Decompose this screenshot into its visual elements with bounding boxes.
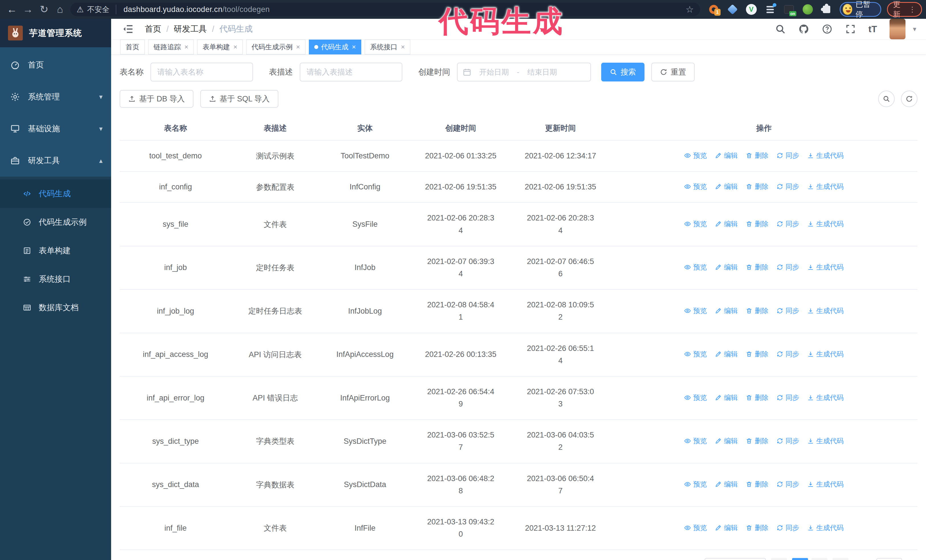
action-eye-link[interactable]: 预览	[684, 219, 707, 228]
user-avatar[interactable]	[890, 19, 905, 39]
tab-item[interactable]: 链路追踪×	[148, 39, 194, 54]
action-trash-link[interactable]: 删除	[746, 436, 769, 445]
text-size-icon[interactable]: tT	[869, 24, 877, 35]
close-icon[interactable]: ×	[185, 43, 188, 51]
breadcrumb-item[interactable]: 首页	[145, 23, 161, 35]
action-trash-link[interactable]: 删除	[746, 523, 769, 532]
sidebar-item-gear[interactable]: 系统管理▾	[0, 81, 111, 113]
action-eye-link[interactable]: 预览	[684, 523, 707, 532]
action-trash-link[interactable]: 删除	[746, 182, 769, 191]
start-date-input[interactable]	[471, 68, 517, 77]
action-trash-link[interactable]: 删除	[746, 480, 769, 489]
app-logo[interactable]: 芋道管理系统	[0, 19, 111, 47]
breadcrumb-item[interactable]: 代码生成	[219, 23, 253, 35]
action-eye-link[interactable]: 预览	[684, 151, 707, 160]
action-sync-link[interactable]: 同步	[776, 219, 799, 228]
action-edit-link[interactable]: 编辑	[715, 393, 738, 402]
action-edit-link[interactable]: 编辑	[715, 219, 738, 228]
action-download-link[interactable]: 生成代码	[807, 350, 844, 359]
action-edit-link[interactable]: 编辑	[715, 480, 738, 489]
action-download-link[interactable]: 生成代码	[807, 523, 844, 532]
extension-dark-icon[interactable]: on	[783, 4, 794, 15]
submenu-item-example[interactable]: 代码生成示例	[0, 208, 111, 236]
table-desc-input[interactable]	[300, 63, 402, 82]
github-icon[interactable]	[798, 24, 809, 35]
submenu-item-form[interactable]: 表单构建	[0, 236, 111, 265]
browser-menu-icon[interactable]: ⋮	[909, 5, 916, 14]
close-icon[interactable]: ×	[352, 43, 356, 51]
browser-reload-icon[interactable]: ↻	[36, 3, 52, 15]
action-eye-link[interactable]: 预览	[684, 306, 707, 315]
action-sync-link[interactable]: 同步	[776, 151, 799, 160]
action-sync-link[interactable]: 同步	[776, 480, 799, 489]
tab-item[interactable]: 系统接口×	[365, 39, 410, 54]
action-trash-link[interactable]: 删除	[746, 350, 769, 359]
browser-profile-chip[interactable]: 已暂停	[840, 2, 881, 17]
tab-item[interactable]: 首页	[120, 39, 145, 54]
close-icon[interactable]: ×	[296, 43, 300, 51]
hamburger-icon[interactable]	[123, 23, 134, 35]
search-button[interactable]: 搜索	[601, 63, 645, 82]
toggle-search-button[interactable]	[878, 91, 895, 107]
refresh-table-button[interactable]	[901, 91, 917, 107]
action-sync-link[interactable]: 同步	[776, 393, 799, 402]
close-icon[interactable]: ×	[233, 43, 238, 51]
browser-back-icon[interactable]: ←	[4, 3, 20, 15]
action-edit-link[interactable]: 编辑	[715, 263, 738, 272]
action-eye-link[interactable]: 预览	[684, 182, 707, 191]
action-download-link[interactable]: 生成代码	[807, 263, 844, 272]
action-edit-link[interactable]: 编辑	[715, 151, 738, 160]
action-sync-link[interactable]: 同步	[776, 523, 799, 532]
goto-page-input[interactable]	[876, 558, 902, 560]
action-edit-link[interactable]: 编辑	[715, 182, 738, 191]
page-button-1[interactable]: 1	[792, 558, 808, 560]
end-date-input[interactable]	[519, 68, 565, 77]
submenu-item-api[interactable]: 系统接口	[0, 265, 111, 293]
browser-update-button[interactable]: 更新 ⋮	[887, 2, 922, 17]
table-name-input[interactable]	[150, 63, 253, 82]
sidebar-item-monitor[interactable]: 基础设施▾	[0, 113, 111, 145]
tab-item[interactable]: 表单构建×	[197, 39, 243, 54]
search-icon[interactable]	[775, 24, 786, 35]
action-eye-link[interactable]: 预览	[684, 263, 707, 272]
action-sync-link[interactable]: 同步	[776, 263, 799, 272]
action-eye-link[interactable]: 预览	[684, 436, 707, 445]
bookmark-star-icon[interactable]: ☆	[685, 4, 694, 15]
tab-item[interactable]: 代码生成示例×	[246, 39, 306, 54]
fullscreen-icon[interactable]	[845, 24, 856, 35]
page-size-select[interactable]: 10条/页 ▾	[705, 558, 766, 560]
browser-home-icon[interactable]: ⌂	[52, 3, 68, 15]
import-db-button[interactable]: 基于 DB 导入	[120, 90, 194, 108]
action-trash-link[interactable]: 删除	[746, 393, 769, 402]
avatar-caret-icon[interactable]: ▾	[913, 25, 916, 33]
action-sync-link[interactable]: 同步	[776, 436, 799, 445]
browser-forward-icon[interactable]: →	[20, 3, 36, 15]
action-trash-link[interactable]: 删除	[746, 219, 769, 228]
reset-button[interactable]: 重置	[651, 63, 694, 82]
breadcrumb-item[interactable]: 研发工具	[174, 23, 207, 35]
action-trash-link[interactable]: 删除	[746, 306, 769, 315]
extension-gem-icon[interactable]	[727, 4, 738, 15]
action-eye-link[interactable]: 预览	[684, 350, 707, 359]
action-eye-link[interactable]: 预览	[684, 480, 707, 489]
submenu-item-code[interactable]: 代码生成	[0, 180, 111, 208]
action-download-link[interactable]: 生成代码	[807, 306, 844, 315]
action-sync-link[interactable]: 同步	[776, 350, 799, 359]
action-trash-link[interactable]: 删除	[746, 263, 769, 272]
extensions-puzzle-icon[interactable]	[821, 4, 832, 15]
action-download-link[interactable]: 生成代码	[807, 436, 844, 445]
action-download-link[interactable]: 生成代码	[807, 151, 844, 160]
action-edit-link[interactable]: 编辑	[715, 306, 738, 315]
action-download-link[interactable]: 生成代码	[807, 393, 844, 402]
page-button-2[interactable]: 2	[811, 558, 828, 560]
extension-animal-icon[interactable]	[802, 4, 814, 15]
address-bar[interactable]: ⚠ 不安全 │ dashboard.yudao.iocoder.cn/tool/…	[70, 3, 700, 16]
next-page-button[interactable]: ›	[832, 558, 849, 560]
action-trash-link[interactable]: 删除	[746, 151, 769, 160]
action-edit-link[interactable]: 编辑	[715, 523, 738, 532]
tab-active[interactable]: 代码生成×	[309, 39, 361, 54]
action-sync-link[interactable]: 同步	[776, 306, 799, 315]
action-edit-link[interactable]: 编辑	[715, 436, 738, 445]
extension-orange-icon[interactable]: 1	[708, 4, 719, 15]
prev-page-button[interactable]: ‹	[771, 558, 787, 560]
